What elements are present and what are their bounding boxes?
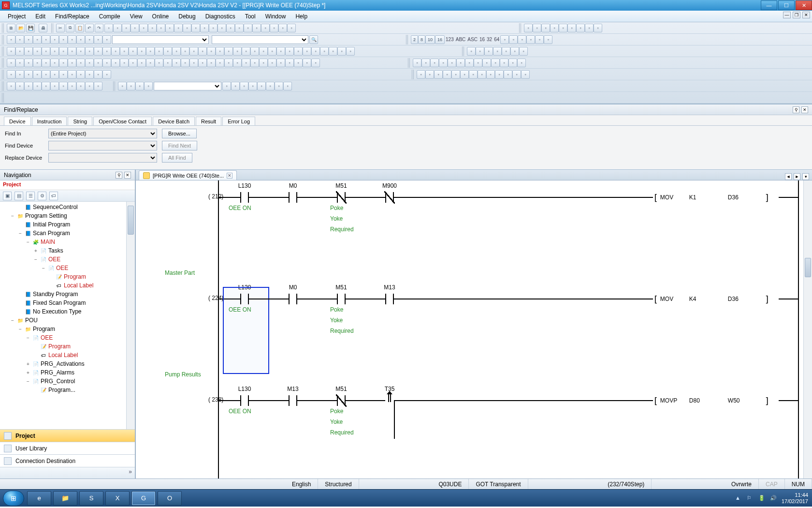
toolbar1-btn-13[interactable]: ▫ xyxy=(218,24,226,32)
print-button[interactable]: 🖶 xyxy=(39,24,47,32)
find-device-combo[interactable] xyxy=(48,141,157,150)
toolbar3-btn-3[interactable]: ▫ xyxy=(33,47,42,56)
taskbar-explorer[interactable]: 📁 xyxy=(53,491,77,506)
tree-expander[interactable]: − xyxy=(25,379,31,384)
toolbar3-btn-1[interactable]: ▫ xyxy=(15,47,24,56)
toolbar3-btn-16[interactable]: ▫ xyxy=(146,47,155,56)
toolbar2-btn-2[interactable]: ▫ xyxy=(24,35,33,44)
tree-item-6[interactable]: −📄OEE xyxy=(0,255,135,264)
toolbar2r-btn-3[interactable]: ▫ xyxy=(526,35,535,44)
toolbar5-btn-11[interactable]: ▫ xyxy=(102,70,111,79)
radix-10[interactable]: 10 xyxy=(425,35,435,44)
tree-item-3[interactable]: −📘Scan Program xyxy=(0,229,135,238)
toolbar4r-btn-2[interactable]: ▫ xyxy=(430,59,439,67)
toolbar5r-btn-8[interactable]: ▫ xyxy=(486,70,495,79)
toolbar-text-16[interactable]: 16 xyxy=(478,37,486,42)
menu-edit[interactable]: Edit xyxy=(30,12,50,21)
tray-arrow-icon[interactable]: ▲ xyxy=(735,495,742,502)
menu-window[interactable]: Window xyxy=(261,12,291,21)
toolbar3-btn-10[interactable]: ▫ xyxy=(94,47,102,56)
toolbar4-btn-21[interactable]: ▫ xyxy=(189,59,198,67)
toolbar4-btn-3[interactable]: ▫ xyxy=(33,59,42,67)
toolbar4-btn-11[interactable]: ▫ xyxy=(102,59,111,67)
ladder-editor[interactable]: ( 212)L130OEE ONM0M51PokeYokeRequiredM90… xyxy=(136,180,812,478)
toolbar6m-btn-3[interactable]: ▫ xyxy=(144,82,153,90)
toolbar4r-btn-4[interactable]: ▫ xyxy=(448,59,456,67)
toolbar4-btn-13[interactable]: ▫ xyxy=(120,59,129,67)
mdi-close-button[interactable]: ✕ xyxy=(802,12,810,18)
toolbar3-btn-20[interactable]: ▫ xyxy=(181,47,189,56)
toolbar3-btn-31[interactable]: ▫ xyxy=(276,47,285,56)
toolbar6-btn-0[interactable]: ▫ xyxy=(7,82,15,90)
tree-item-13[interactable]: −📁POU xyxy=(0,316,135,325)
toolbar2-btn-10[interactable]: ▫ xyxy=(94,35,102,44)
tree-item-12[interactable]: 📘No Execution Type xyxy=(0,307,135,316)
toolbar1r-btn-1[interactable]: ▫ xyxy=(533,24,541,32)
toolbar6m-btn-1[interactable]: ▫ xyxy=(127,82,135,90)
toolbar-combo-3[interactable] xyxy=(154,82,221,90)
toolbar5-btn-5[interactable]: ▫ xyxy=(50,70,59,79)
toolbar5-btn-10[interactable]: ▫ xyxy=(94,70,102,79)
tree-expander[interactable]: − xyxy=(25,335,31,341)
toolbar1-btn-7[interactable]: ▫ xyxy=(165,24,174,32)
toolbar6-btn-6[interactable]: ▫ xyxy=(59,82,68,90)
toolbar1-btn-3[interactable]: ▫ xyxy=(130,24,139,32)
document-tab-close[interactable]: ✕ xyxy=(227,173,232,179)
toolbar1r-btn-3[interactable]: ▫ xyxy=(550,24,559,32)
toolbar3-btn-24[interactable]: ▫ xyxy=(216,47,224,56)
toolbar6r-btn-3[interactable]: ▫ xyxy=(248,82,257,90)
toolbar5r-btn-11[interactable]: ▫ xyxy=(512,70,521,79)
open-file-button[interactable]: 📂 xyxy=(16,24,25,32)
radix-8[interactable]: 8 xyxy=(418,35,425,44)
replace-device-combo[interactable] xyxy=(48,153,157,163)
toolbar6-btn-3[interactable]: ▫ xyxy=(33,82,42,90)
toolbar6r-btn-6[interactable]: ▫ xyxy=(275,82,283,90)
toolbar4-btn-35[interactable]: ▫ xyxy=(311,59,320,67)
toolbar2r-btn-2[interactable]: ▫ xyxy=(518,35,526,44)
nav-bottom-project[interactable]: Project xyxy=(0,429,135,442)
toolbar2-btn-0[interactable]: ▫ xyxy=(7,35,15,44)
window-close-button[interactable]: ✕ xyxy=(796,0,812,10)
toolbar3-btn-13[interactable]: ▫ xyxy=(120,47,129,56)
toolbar1-btn-10[interactable]: ▫ xyxy=(191,24,200,32)
output-instruction[interactable]: [MOVPD80W50] xyxy=(653,396,770,405)
toolbar4-btn-14[interactable]: ▫ xyxy=(129,59,137,67)
toolbar-grip[interactable] xyxy=(2,35,5,45)
toolbar1-btn-9[interactable]: ▫ xyxy=(183,24,191,32)
toolbar4-btn-20[interactable]: ▫ xyxy=(181,59,189,67)
toolbar-text-32[interactable]: 32 xyxy=(486,37,493,42)
toolbar1-btn-20[interactable]: ▫ xyxy=(278,24,287,32)
toolbar-text-64[interactable]: 64 xyxy=(493,37,500,42)
toolbar3-btn-15[interactable]: ▫ xyxy=(137,47,146,56)
find-tab-devicebatch[interactable]: Device Batch xyxy=(153,117,195,125)
toolbar3-btn-28[interactable]: ▫ xyxy=(250,47,259,56)
nav-bottom-footer[interactable]: » xyxy=(0,467,135,478)
tree-item-16[interactable]: 📝Program xyxy=(0,342,135,351)
toolbar6-btn-8[interactable]: ▫ xyxy=(76,82,85,90)
toolbar6m-btn-2[interactable]: ▫ xyxy=(135,82,144,90)
toolbar-grip[interactable] xyxy=(462,46,465,56)
toolbar2-btn-7[interactable]: ▫ xyxy=(68,35,76,44)
toolbar2-btn-3[interactable]: ▫ xyxy=(33,35,42,44)
toolbar5-btn-7[interactable]: ▫ xyxy=(68,70,76,79)
toolbar3r-btn-4[interactable]: ▫ xyxy=(502,47,510,56)
tab-prev-button[interactable]: ◄ xyxy=(785,173,792,180)
nav-tool-1[interactable]: ▣ xyxy=(3,192,12,200)
tree-item-11[interactable]: 📘Fixed Scan Program xyxy=(0,299,135,307)
mdi-restore-button[interactable]: ❐ xyxy=(793,12,800,18)
toolbar4-btn-8[interactable]: ▫ xyxy=(76,59,85,67)
toolbar2-btn-8[interactable]: ▫ xyxy=(76,35,85,44)
toolbar3r-btn-6[interactable]: ▫ xyxy=(519,47,528,56)
toolbar4-btn-23[interactable]: ▫ xyxy=(207,59,216,67)
toolbar3r-btn-1[interactable]: ▫ xyxy=(476,47,484,56)
document-tab[interactable]: [PRG]R Write OEE (740)Ste... ✕ xyxy=(139,170,237,180)
tray-volume-icon[interactable]: 🔊 xyxy=(770,495,777,502)
toolbar4r-btn-10[interactable]: ▫ xyxy=(500,59,508,67)
toolbar4-btn-12[interactable]: ▫ xyxy=(111,59,120,67)
tab-next-button[interactable]: ► xyxy=(794,173,800,180)
toolbar-text-ABC[interactable]: ABC xyxy=(455,37,467,42)
tree-expander[interactable]: − xyxy=(41,266,46,271)
find-tab-device[interactable]: Device xyxy=(4,117,31,125)
menu-help[interactable]: Help xyxy=(290,12,312,21)
toolbar1-btn-4[interactable]: ▫ xyxy=(139,24,148,32)
